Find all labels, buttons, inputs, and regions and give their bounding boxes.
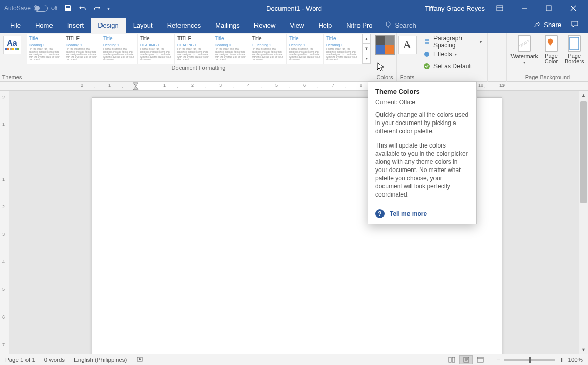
vertical-ruler[interactable]: 211234567 — [0, 91, 9, 354]
gallery-more-button[interactable]: ▲▼▾ — [362, 34, 370, 64]
page-color-icon — [543, 35, 559, 52]
scroll-thumb[interactable] — [580, 101, 587, 203]
docfmt-label: Document Formatting — [27, 64, 371, 72]
scroll-down-icon[interactable]: ▼ — [579, 345, 588, 354]
horizontal-ruler[interactable]: 2·1·1·2·3·4·5·6·7·8·9·10·11·12·131819 — [0, 82, 588, 91]
style-set-item[interactable]: TitleHeading 1On the Insert tab, the gal… — [288, 34, 324, 64]
svg-marker-11 — [133, 86, 138, 90]
tab-review[interactable]: Review — [247, 18, 283, 33]
document-formatting-group: TitleHeading 1On the Insert tab, the gal… — [24, 33, 373, 82]
page-background-group: DRAFT Watermark ▾ Page Color Page Border… — [506, 33, 588, 82]
read-mode-button[interactable] — [445, 355, 458, 364]
fonts-button[interactable]: A — [398, 36, 417, 54]
paragraph-spacing-icon — [423, 38, 430, 45]
set-as-default-button[interactable]: Set as Default — [423, 60, 482, 72]
svg-marker-10 — [133, 83, 138, 86]
share-icon — [534, 21, 541, 29]
ribbon-tabs: File Home Insert Design Layout Reference… — [0, 16, 588, 33]
style-set-item[interactable]: TitleHeading 1On the Insert tab, the gal… — [101, 34, 138, 64]
style-set-item[interactable]: TitleHeading 1On the Insert tab, the gal… — [27, 34, 63, 64]
tab-nitro[interactable]: Nitro Pro — [339, 18, 379, 33]
minimize-icon[interactable] — [517, 2, 532, 14]
zoom-out-button[interactable]: − — [496, 356, 500, 364]
word-count[interactable]: 0 words — [44, 357, 65, 363]
tab-view[interactable]: View — [283, 18, 311, 33]
tab-home[interactable]: Home — [28, 18, 60, 33]
document-area: ⌐ 2·1·1·2·3·4·5·6·7·8·9·10·11·12·131819 … — [0, 82, 588, 354]
style-set-item[interactable]: TITLEHEADING 1On the Insert tab, the gal… — [176, 34, 212, 64]
tooltip-tell-me-more[interactable]: ? Tell me more — [368, 204, 476, 224]
left-indent-marker[interactable] — [133, 82, 139, 90]
autosave-state: Off — [51, 6, 57, 11]
tab-help[interactable]: Help — [311, 18, 339, 33]
save-icon[interactable] — [64, 4, 72, 12]
user-name[interactable]: Tiffany Grace Reyes — [425, 5, 489, 12]
ruler-tick: 3 — [219, 83, 222, 88]
watermark-button[interactable]: DRAFT Watermark ▾ — [511, 35, 538, 65]
status-bar: Page 1 of 1 0 words English (Philippines… — [0, 354, 588, 365]
ruler-tick: 7 — [2, 342, 5, 347]
svg-rect-17 — [477, 357, 483, 362]
autosave-toggle[interactable]: AutoSave Off — [4, 5, 57, 12]
style-set-item[interactable]: TITLEHeading 1On the Insert tab, the gal… — [64, 34, 100, 64]
colors-button[interactable] — [376, 36, 394, 54]
style-gallery[interactable]: TitleHeading 1On the Insert tab, the gal… — [27, 34, 371, 64]
ruler-tick: 8 — [360, 83, 362, 88]
tell-me-more-link[interactable]: Tell me more — [390, 210, 427, 217]
svg-point-3 — [424, 52, 429, 57]
themes-button[interactable]: Aa — [3, 36, 21, 54]
themes-group: Aa Themes — [0, 33, 24, 82]
ruler-tick: 2 — [2, 204, 5, 209]
macro-record-icon[interactable] — [136, 356, 143, 364]
zoom-level[interactable]: 100% — [568, 357, 583, 363]
web-layout-button[interactable] — [474, 355, 487, 364]
paragraph-spacing-button[interactable]: Paragraph Spacing ▾ — [423, 36, 482, 48]
view-buttons — [445, 355, 487, 364]
redo-icon[interactable] — [93, 4, 101, 12]
language-status[interactable]: English (Philippines) — [74, 357, 127, 363]
themes-label: Themes — [2, 74, 22, 82]
vertical-scrollbar[interactable]: ▲ ▼ — [579, 91, 588, 354]
tell-me-search[interactable]: Search — [385, 21, 416, 33]
maximize-icon[interactable] — [541, 2, 556, 14]
svg-rect-14 — [449, 357, 451, 362]
page-status[interactable]: Page 1 of 1 — [5, 357, 35, 363]
tooltip-subtitle: Current: Office — [375, 99, 469, 106]
comments-icon[interactable] — [571, 20, 579, 30]
tab-design[interactable]: Design — [91, 18, 125, 33]
ribbon-display-icon[interactable] — [492, 2, 507, 14]
scroll-up-icon[interactable]: ▲ — [579, 91, 588, 100]
close-icon[interactable] — [566, 2, 581, 14]
effects-icon — [423, 51, 430, 58]
tab-file[interactable]: File — [3, 18, 28, 33]
tab-insert[interactable]: Insert — [60, 18, 91, 33]
page-borders-icon — [566, 35, 582, 52]
checkmark-icon — [423, 63, 430, 70]
fonts-group: A Fonts — [397, 33, 418, 82]
style-set-item[interactable]: TitleHeading 1On the Insert tab, the gal… — [325, 34, 361, 64]
style-set-item[interactable]: TitleHEADING 1On the Insert tab, the gal… — [139, 34, 175, 64]
undo-icon[interactable] — [79, 4, 87, 12]
page-color-button[interactable]: Page Color — [543, 35, 559, 65]
tab-layout[interactable]: Layout — [126, 18, 160, 33]
autosave-switch[interactable] — [34, 5, 48, 12]
page-borders-button[interactable]: Page Borders — [565, 35, 584, 65]
tab-references[interactable]: References — [160, 18, 208, 33]
ruler-tick: 3 — [2, 232, 5, 237]
watermark-icon: DRAFT — [516, 35, 532, 52]
zoom-in-button[interactable]: + — [559, 356, 564, 364]
tab-mailings[interactable]: Mailings — [208, 18, 247, 33]
qat-customize-icon[interactable]: ▾ — [107, 6, 110, 11]
style-set-item[interactable]: Title1 Heading 1On the Insert tab, the g… — [250, 34, 287, 64]
share-button[interactable]: Share — [534, 21, 561, 29]
print-layout-button[interactable] — [459, 355, 473, 364]
colors-label: Colors — [377, 74, 393, 82]
title-bar: AutoSave Off ▾ Document1 - Word Tiffany … — [0, 0, 588, 16]
effects-button[interactable]: Effects ▾ — [423, 48, 482, 60]
style-set-item[interactable]: TitleHeading 1On the Insert tab, the gal… — [213, 34, 249, 64]
ruler-tick: 5 — [2, 287, 5, 292]
zoom-slider[interactable] — [504, 359, 555, 361]
ribbon: Aa Themes TitleHeading 1On the Insert ta… — [0, 33, 588, 82]
autosave-label: AutoSave — [4, 5, 31, 12]
formatting-options-group: Paragraph Spacing ▾ Effects ▾ Set as Def… — [418, 33, 488, 82]
